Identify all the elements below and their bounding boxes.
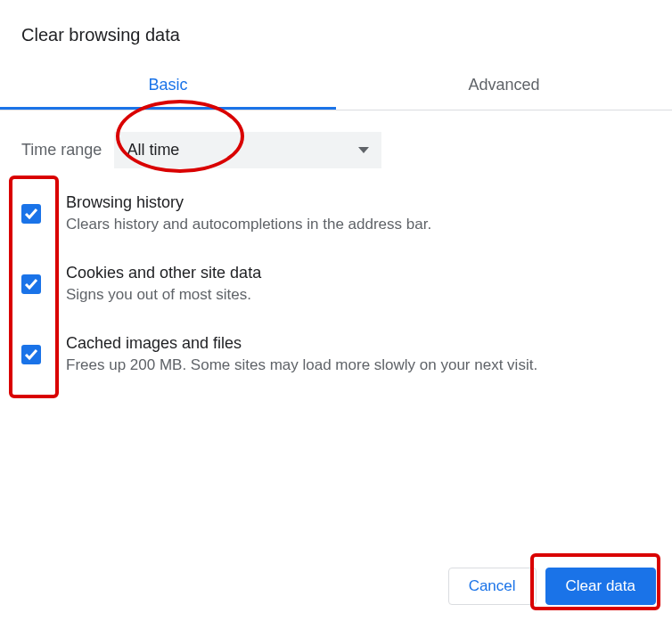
option-text: Cookies and other site data Signs you ou… (66, 264, 651, 304)
check-icon (24, 207, 38, 221)
option-browsing-history: Browsing history Clears history and auto… (21, 193, 651, 233)
option-desc: Signs you out of most sites. (66, 286, 651, 304)
option-desc: Clears history and autocompletions in th… (66, 216, 651, 233)
tab-advanced[interactable]: Advanced (336, 63, 672, 110)
option-text: Cached images and files Frees up 200 MB.… (66, 334, 651, 374)
check-icon (24, 277, 38, 291)
clear-browsing-dialog: Clear browsing data Basic Advanced Time … (0, 0, 672, 374)
dialog-content: Time range All time Browsing history Cle… (0, 110, 672, 374)
cancel-button[interactable]: Cancel (448, 568, 537, 605)
option-title: Browsing history (66, 193, 651, 212)
time-range-label: Time range (21, 141, 102, 159)
time-range-selected: All time (127, 141, 179, 159)
option-cached: Cached images and files Frees up 200 MB.… (21, 334, 651, 374)
tab-basic[interactable]: Basic (0, 63, 336, 110)
chevron-down-icon (358, 147, 369, 153)
option-cookies: Cookies and other site data Signs you ou… (21, 264, 651, 304)
dialog-title: Clear browsing data (0, 18, 672, 63)
checkbox-cookies[interactable] (21, 274, 41, 294)
time-range-dropdown[interactable]: All time (114, 132, 381, 168)
tabs: Basic Advanced (0, 63, 672, 110)
checkbox-browsing-history[interactable] (21, 204, 41, 224)
option-desc: Frees up 200 MB. Some sites may load mor… (66, 356, 651, 374)
check-icon (24, 347, 38, 362)
time-range-row: Time range All time (21, 132, 651, 168)
option-title: Cookies and other site data (66, 264, 651, 282)
clear-data-button[interactable]: Clear data (545, 568, 656, 605)
option-title: Cached images and files (66, 334, 651, 353)
dialog-footer: Cancel Clear data (448, 568, 656, 605)
option-text: Browsing history Clears history and auto… (66, 193, 651, 233)
checkbox-cached[interactable] (21, 345, 41, 364)
